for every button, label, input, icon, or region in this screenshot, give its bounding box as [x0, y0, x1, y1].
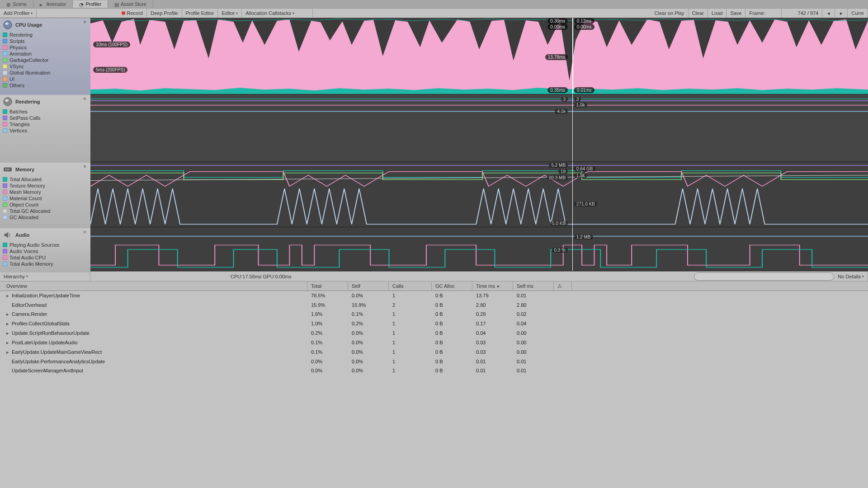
table-row[interactable]: ▸Initialization.PlayerUpdateTime78.5%0.0… [0, 291, 868, 300]
playhead[interactable] [572, 162, 573, 226]
legend-item[interactable]: Animation [3, 51, 88, 57]
col-gc[interactable]: GC Alloc [432, 282, 472, 291]
record-button[interactable]: Record [118, 9, 146, 18]
allocation-callstacks-dropdown[interactable]: Allocation Callstacks [242, 9, 313, 18]
prev-frame-button[interactable]: ◂ [822, 9, 835, 18]
memory-chart[interactable]: 5.2 MB 19 20.3 MB 5.0 KB 0.64 GB 1.5k 27… [90, 162, 868, 227]
tab-asset-store[interactable]: ▤Asset Store [108, 0, 153, 8]
row-time: 0.17 [472, 320, 513, 328]
target-dropdown[interactable]: Editor [218, 9, 242, 18]
sidebar-section-memory[interactable]: × Memory Total AllocatedTexture MemoryMe… [0, 163, 90, 228]
close-icon[interactable]: × [83, 229, 89, 235]
clear-on-play-button[interactable]: Clear on Play [651, 9, 689, 18]
current-button[interactable]: Curre [848, 9, 868, 18]
legend-item[interactable]: Total Audio CPU [3, 254, 88, 261]
legend-item[interactable]: Material Count [3, 195, 88, 202]
legend-item[interactable]: Global Illumination [3, 70, 88, 76]
row-total: 15.9% [307, 301, 348, 309]
legend-item[interactable]: Scripts [3, 38, 88, 44]
expand-toggle-icon[interactable]: ▸ [6, 311, 11, 317]
hierarchy-dropdown[interactable]: Hierarchy [0, 272, 90, 281]
mem-d: 5.0 KB [550, 221, 568, 226]
close-icon[interactable]: × [83, 96, 89, 101]
add-profiler-dropdown[interactable]: Add Profiler [0, 9, 37, 18]
row-total: 78.5% [307, 292, 348, 300]
legend-label: Total GC Allocated [9, 208, 51, 214]
legend-item[interactable]: Texture Memory [3, 183, 88, 189]
col-total[interactable]: Total [307, 282, 348, 291]
table-row[interactable]: ▸Camera.Render1.6%0.1%10 B0.290.02 [0, 310, 868, 319]
load-button[interactable]: Load [708, 9, 726, 18]
tab-profiler-label: Profiler [85, 1, 101, 7]
table-row[interactable]: EarlyUpdate.PerformanceAnalyticsUpdate0.… [0, 357, 868, 366]
sidebar-section-rendering[interactable]: × Rendering BatchesSetPass CallsTriangle… [0, 95, 90, 163]
playhead[interactable] [572, 94, 573, 161]
legend-item[interactable]: Total GC Allocated [3, 208, 88, 214]
table-row[interactable]: UpdateScreenManagerAndInput0.0%0.0%10 B0… [0, 366, 868, 375]
next-frame-button[interactable]: ▸ [835, 9, 848, 18]
tab-profiler[interactable]: ◔Profiler [73, 0, 108, 8]
col-self[interactable]: Self [348, 282, 389, 291]
expand-toggle-icon[interactable]: ▸ [6, 349, 11, 355]
legend-item[interactable]: Mesh Memory [3, 189, 88, 195]
overview-body[interactable]: ▸Initialization.PlayerUpdateTime78.5%0.0… [0, 291, 868, 488]
legend-item[interactable]: GC Allocated [3, 214, 88, 221]
profiler-charts[interactable]: 10ms (100FPS) 5ms (200FPS) 0.30ms 0.00ms… [90, 18, 868, 271]
sidebar-section-cpu[interactable]: × CPU Usage RenderingScriptsPhysicsAnima… [0, 18, 90, 95]
expand-toggle-icon[interactable]: ▸ [6, 340, 11, 346]
mem-e: 0.64 GB [574, 166, 595, 171]
rendering-chart[interactable]: 3 3 1.0k 4.1k [90, 94, 868, 162]
svg-point-3 [5, 99, 9, 102]
clear-button[interactable]: Clear [689, 9, 708, 18]
legend-item[interactable]: Playing Audio Sources [3, 242, 88, 248]
expand-toggle-icon[interactable]: ▸ [6, 321, 11, 327]
playhead[interactable] [572, 227, 573, 271]
tab-animator[interactable]: ▸Animator [33, 0, 73, 8]
legend-item[interactable]: GarbageCollector [3, 57, 88, 63]
col-calls[interactable]: Calls [389, 282, 432, 291]
col-time[interactable]: Time ms▼ [472, 282, 513, 291]
legend-item[interactable]: SetPass Calls [3, 115, 88, 121]
cpu-br: 0.01ms [574, 87, 594, 93]
legend-item[interactable]: Total Audio Memory [3, 261, 88, 267]
legend-item[interactable]: Audio Voices [3, 248, 88, 254]
col-overview[interactable]: Overview [0, 282, 307, 291]
expand-toggle-icon[interactable]: ▸ [6, 330, 11, 336]
close-icon[interactable]: × [83, 164, 89, 169]
expand-toggle-icon[interactable]: ▸ [6, 293, 11, 299]
save-button[interactable]: Save [726, 9, 745, 18]
table-row[interactable]: ▸PostLateUpdate.UpdateAudio0.1%0.0%10 B0… [0, 338, 868, 347]
row-name: Update.ScriptRunBehaviourUpdate [12, 330, 90, 336]
row-name: PostLateUpdate.UpdateAudio [12, 340, 78, 345]
legend-item[interactable]: UI [3, 76, 88, 82]
animator-icon: ▸ [40, 2, 44, 6]
playhead[interactable] [572, 18, 573, 94]
legend-item[interactable]: Physics [3, 44, 88, 51]
legend-item[interactable]: VSync [3, 63, 88, 70]
legend-item[interactable]: Object Count [3, 202, 88, 208]
deep-profile-button[interactable]: Deep Profile [147, 9, 182, 18]
profiler-sidebar: × CPU Usage RenderingScriptsPhysicsAnima… [0, 18, 90, 271]
table-row[interactable]: EditorOverhead15.9%15.9%20 B2.802.80 [0, 300, 868, 310]
legend-item[interactable]: Vertices [3, 127, 88, 134]
legend-item[interactable]: Triangles [3, 121, 88, 127]
legend-item[interactable]: Rendering [3, 32, 88, 38]
profile-editor-button[interactable]: Profile Editor [182, 9, 218, 18]
cpu-chart[interactable]: 10ms (100FPS) 5ms (200FPS) 0.30ms 0.00ms… [90, 18, 868, 94]
col-selfms[interactable]: Self ms [513, 282, 554, 291]
table-row[interactable]: ▸Profiler.CollectGlobalStats1.0%0.2%10 B… [0, 319, 868, 328]
legend-item[interactable]: Others [3, 82, 88, 89]
no-details-dropdown[interactable]: No Details [834, 272, 868, 281]
table-row[interactable]: ▸Update.ScriptRunBehaviourUpdate0.2%0.0%… [0, 328, 868, 338]
table-row[interactable]: ▸EarlyUpdate.UpdateMainGameViewRect0.1%0… [0, 347, 868, 357]
legend-item[interactable]: Batches [3, 108, 88, 115]
tab-scene[interactable]: ⊞Scene [0, 0, 33, 8]
row-gc: 0 B [432, 339, 472, 347]
color-swatch [3, 249, 7, 253]
legend-item[interactable]: Total Allocated [3, 176, 88, 183]
sidebar-section-audio[interactable]: × Audio Playing Audio SourcesAudio Voice… [0, 228, 90, 272]
search-input[interactable] [694, 272, 834, 281]
col-warnings[interactable]: ⚠ [554, 282, 572, 291]
audio-chart[interactable]: 0.3 % 1.2 MB [90, 227, 868, 271]
close-icon[interactable]: × [83, 19, 89, 24]
